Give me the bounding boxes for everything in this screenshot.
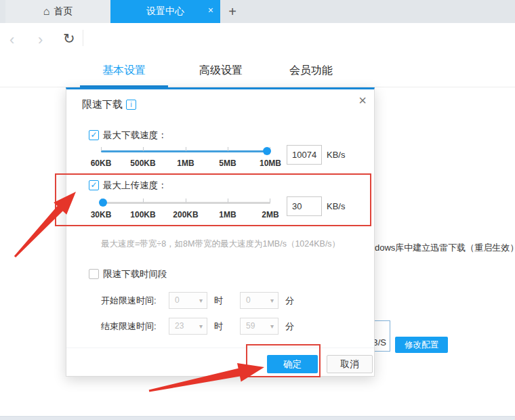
end-time-label: 结束限速时间:	[101, 320, 157, 333]
tab-advanced-settings[interactable]: 高级设置	[177, 57, 265, 87]
slider-tick	[186, 147, 186, 151]
end-minute-dropdown[interactable]: 59 ▾	[240, 318, 279, 335]
download-slider-handle[interactable]	[263, 147, 271, 155]
start-hour-dropdown[interactable]: 0 ▾	[169, 292, 207, 309]
download-tick-label: 10MB	[250, 159, 291, 168]
tab-member-features[interactable]: 会员功能	[267, 57, 355, 87]
tab-home[interactable]: ⌂ 首页	[5, 0, 110, 23]
annotation-box-upload	[55, 173, 371, 226]
download-tick-label: 500KB	[123, 159, 163, 168]
background-setting-text: dows库中建立迅雷下载（重启生效）	[375, 242, 515, 254]
hour-unit-label: 时	[214, 295, 223, 307]
slider-tick	[228, 147, 228, 151]
close-tab-icon[interactable]: ×	[208, 5, 213, 15]
max-download-checkbox[interactable]: ✓	[89, 130, 99, 140]
minute-unit-label: 分	[285, 295, 294, 307]
forward-icon[interactable]: ›	[38, 31, 43, 49]
chevron-down-icon: ▾	[270, 318, 274, 334]
tab-home-label: 首页	[54, 5, 73, 18]
schedule-checkbox[interactable]	[89, 269, 99, 279]
slider-tick	[143, 147, 144, 151]
home-icon: ⌂	[43, 6, 50, 17]
chevron-down-icon: ▾	[199, 293, 203, 308]
tab-basic-settings[interactable]: 基本设置	[80, 57, 168, 87]
info-icon[interactable]: i	[126, 100, 136, 110]
dialog-close-icon[interactable]: ×	[358, 93, 367, 107]
app-window: ⌂ 首页 设置中心 × + ‹ › ↻ 基本设置 高级设置 会员功能 dows库…	[0, 0, 515, 420]
back-icon[interactable]: ‹	[9, 31, 14, 49]
download-tick-label: 60KB	[81, 159, 121, 168]
download-speed-slider[interactable]	[101, 150, 270, 152]
chevron-down-icon: ▾	[199, 318, 203, 334]
dialog-title: 限速下载	[82, 98, 123, 111]
nav-bar: ‹ › ↻	[0, 23, 515, 57]
download-unit-label: KB/s	[327, 150, 345, 160]
tab-settings-center[interactable]: 设置中心 ×	[110, 0, 220, 23]
tab-settings-label: 设置中心	[146, 5, 184, 18]
download-tick-label: 5MB	[207, 159, 248, 168]
slider-tick	[101, 147, 102, 151]
start-hour-value: 0	[175, 295, 180, 305]
speed-hint-text: 最大速度=带宽÷8，如8M带宽的最大速度为1MB/s（1024KB/s）	[101, 238, 340, 250]
start-minute-dropdown[interactable]: 0 ▾	[240, 292, 279, 309]
download-speed-input[interactable]: 10074	[287, 145, 322, 165]
end-hour-dropdown[interactable]: 23 ▾	[169, 318, 207, 335]
dialog-footer-divider	[66, 348, 374, 348]
refresh-icon[interactable]: ↻	[63, 30, 75, 47]
settings-tabs: 基本设置 高级设置 会员功能	[0, 57, 515, 87]
new-tab-button[interactable]: +	[224, 3, 241, 20]
modify-config-button[interactable]: 修改配置	[395, 337, 448, 353]
annotation-box-ok	[246, 344, 321, 377]
nav-divider	[83, 30, 83, 46]
minute-unit-label: 分	[285, 320, 294, 333]
cancel-button[interactable]: 取消	[327, 355, 373, 373]
start-time-label: 开始限速时间:	[101, 295, 157, 307]
browser-tab-bar: ⌂ 首页 设置中心 × +	[0, 0, 515, 23]
start-minute-value: 0	[246, 295, 251, 305]
hour-unit-label: 时	[214, 320, 223, 333]
download-tick-label: 1MB	[165, 159, 206, 168]
schedule-label: 限速下载时间段	[103, 268, 167, 280]
chevron-down-icon: ▾	[270, 293, 274, 308]
end-minute-value: 59	[246, 321, 255, 331]
speed-limit-dialog: 限速下载 i × ✓ 最大下载速度： 60KB 500KB 1MB 5MB 10…	[66, 87, 375, 377]
max-download-label: 最大下载速度：	[103, 129, 167, 142]
page-footer-strip	[0, 416, 515, 420]
end-hour-value: 23	[175, 321, 184, 331]
